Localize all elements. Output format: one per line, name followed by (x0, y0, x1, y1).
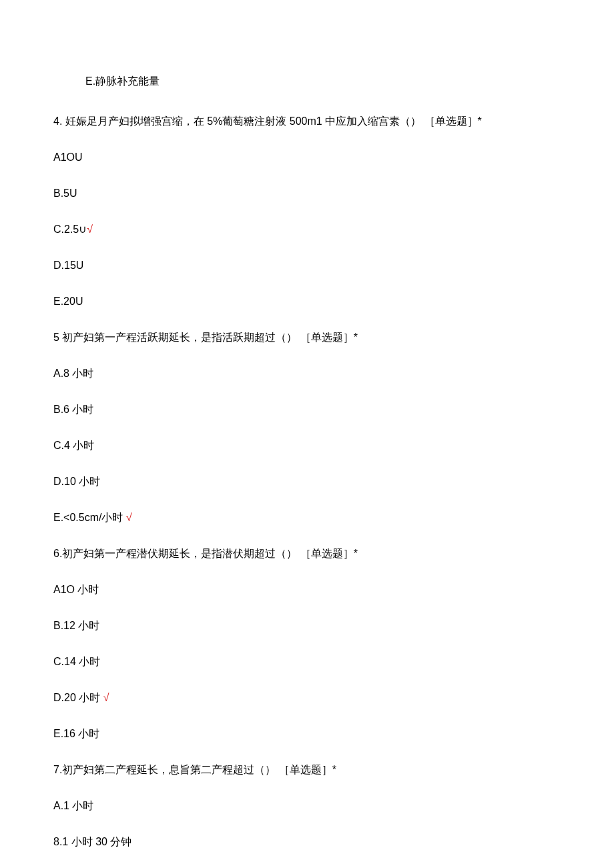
question-4-option-e: E.20U (53, 294, 561, 310)
question-7-option-b: 8.1 小时 30 分钟 (53, 834, 561, 850)
question-4-option-d: D.15U (53, 258, 561, 274)
option-text: A.8 小时 (53, 368, 93, 379)
question-6-option-a: A1O 小时 (53, 582, 561, 598)
correct-mark: √ (87, 224, 93, 235)
stem-text: 6.初产妇第一产程潜伏期延长，是指潜伏期超过（） ［单选题］* (53, 548, 358, 559)
question-7-stem: 7.初产妇第二产程延长，息旨第二产程超过（） ［单选题］* (53, 762, 561, 778)
question-6-option-d: D.20 小时 √ (53, 690, 561, 706)
option-text: E.静脉补充能量 (85, 75, 160, 87)
question-5-option-a: A.8 小时 (53, 366, 561, 382)
option-text: 8.1 小时 30 分钟 (53, 836, 131, 847)
question-4-option-c: C.2.5∪√ (53, 222, 561, 238)
question-5-option-b: B.6 小时 (53, 402, 561, 418)
stem-text: 5 初产妇第一产程活跃期延长，是指活跃期超过（） ［单选题］* (53, 332, 358, 343)
question-5-option-c: C.4 小时 (53, 438, 561, 454)
document-page: E.静脉补充能量 4. 妊娠足月产妇拟增强宫缩，在 5%葡萄糖注射液 500m1… (0, 0, 614, 868)
question-6-stem: 6.初产妇第一产程潜伏期延长，是指潜伏期超过（） ［单选题］* (53, 546, 561, 562)
option-text: D.15U (53, 260, 83, 271)
question-6-option-c: C.14 小时 (53, 654, 561, 670)
stem-text: 4. 妊娠足月产妇拟增强宫缩，在 5%葡萄糖注射液 500m1 中应加入缩宫素（… (53, 115, 482, 127)
question-5-option-d: D.10 小时 (53, 474, 561, 490)
correct-mark: √ (103, 692, 109, 703)
question-4-option-a: A1OU (53, 149, 561, 165)
question-4-stem: 4. 妊娠足月产妇拟增强宫缩，在 5%葡萄糖注射液 500m1 中应加入缩宫素（… (53, 113, 561, 129)
option-text: C.4 小时 (53, 440, 94, 451)
question-6-option-e: E.16 小时 (53, 726, 561, 742)
prev-question-option-e: E.静脉补充能量 (53, 73, 561, 89)
option-text: D.10 小时 (53, 476, 100, 487)
option-text: D.20 小时 (53, 692, 103, 703)
option-text: B.5U (53, 187, 77, 199)
option-text: A.1 小时 (53, 800, 93, 811)
option-text: E.20U (53, 296, 83, 307)
question-6-option-b: B.12 小时 (53, 618, 561, 634)
stem-text: 7.初产妇第二产程延长，息旨第二产程超过（） ［单选题］* (53, 764, 336, 775)
option-text: C.2.5∪ (53, 224, 87, 235)
option-text: B.12 小时 (53, 620, 99, 631)
question-4-option-b: B.5U (53, 185, 561, 201)
option-text: E.16 小时 (53, 728, 99, 739)
option-text: B.6 小时 (53, 404, 93, 415)
question-5-option-e: E.<0.5cm/小时 √ (53, 510, 561, 526)
option-text: A1OU (53, 151, 83, 163)
question-5-stem: 5 初产妇第一产程活跃期延长，是指活跃期超过（） ［单选题］* (53, 330, 561, 346)
option-text: C.14 小时 (53, 656, 100, 667)
option-text: E.<0.5cm/小时 (53, 512, 126, 523)
correct-mark: √ (126, 512, 132, 523)
question-7-option-a: A.1 小时 (53, 798, 561, 814)
option-text: A1O 小时 (53, 584, 99, 595)
